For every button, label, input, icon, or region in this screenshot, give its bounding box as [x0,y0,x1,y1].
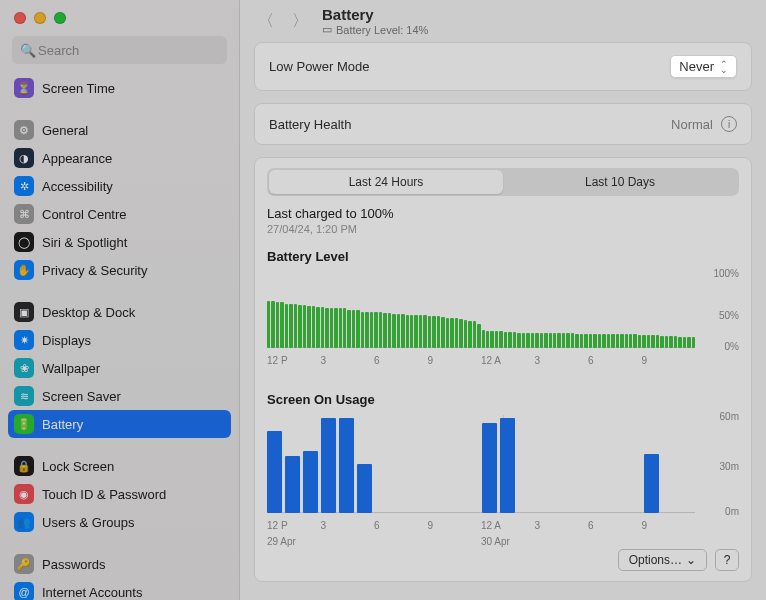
sidebar-item-privacy-security[interactable]: ✋Privacy & Security [8,256,231,284]
passwords-icon: 🔑 [14,554,34,574]
battery-health-row: Battery Health Normal i [254,103,752,145]
appearance-icon: ◑ [14,148,34,168]
desktop-dock-icon: ▣ [14,302,34,322]
sidebar-item-label: Siri & Spotlight [42,235,127,250]
sidebar-item-label: Passwords [42,557,106,572]
search-icon: 🔍 [20,43,36,58]
battery-level-title: Battery Level [267,249,739,264]
siri-spotlight-icon: ◯ [14,232,34,252]
segment-last-10-days[interactable]: Last 10 Days [503,170,737,194]
sidebar-item-internet-accounts[interactable]: @Internet Accounts [8,578,231,600]
help-button[interactable]: ? [715,549,739,571]
sidebar-item-wallpaper[interactable]: ❀Wallpaper [8,354,231,382]
info-icon[interactable]: i [721,116,737,132]
sidebar-item-label: Lock Screen [42,459,114,474]
page-title: Battery [322,6,428,23]
nav-forward-button[interactable]: 〉 [288,9,312,33]
users-groups-icon: 👥 [14,512,34,532]
sidebar-item-appearance[interactable]: ◑Appearance [8,144,231,172]
sidebar-item-label: Desktop & Dock [42,305,135,320]
sidebar-item-label: Privacy & Security [42,263,147,278]
options-button[interactable]: Options… ⌄ [618,549,707,571]
lock-screen-icon: 🔒 [14,456,34,476]
sidebar-item-control-centre[interactable]: ⌘Control Centre [8,200,231,228]
battery-health-label: Battery Health [269,117,351,132]
sidebar-item-battery[interactable]: 🔋Battery [8,410,231,438]
wallpaper-icon: ❀ [14,358,34,378]
sidebar-item-label: Screen Saver [42,389,121,404]
sidebar-item-label: Wallpaper [42,361,100,376]
sidebar-item-screen-saver[interactable]: ≋Screen Saver [8,382,231,410]
privacy-security-icon: ✋ [14,260,34,280]
chevron-down-icon: ⌄ [686,553,696,567]
sidebar: 🔍 ⏳Screen Time⚙General◑Appearance✲Access… [0,0,240,600]
screen-on-chart: 60m 30m 0m 12 P36912 A369 29 Apr30 Apr [267,411,739,543]
screen-time-icon: ⏳ [14,78,34,98]
sidebar-item-label: Screen Time [42,81,115,96]
general-icon: ⚙ [14,120,34,140]
time-range-segmented: Last 24 Hours Last 10 Days [267,168,739,196]
sidebar-item-label: Touch ID & Password [42,487,166,502]
low-power-mode-label: Low Power Mode [269,59,369,74]
control-centre-icon: ⌘ [14,204,34,224]
segment-last-24-hours[interactable]: Last 24 Hours [269,170,503,194]
accessibility-icon: ✲ [14,176,34,196]
sidebar-item-lock-screen[interactable]: 🔒Lock Screen [8,452,231,480]
page-subtitle: ▭ Battery Level: 14% [322,23,428,36]
header: 〈 〉 Battery ▭ Battery Level: 14% [240,0,766,42]
sidebar-item-general[interactable]: ⚙General [8,116,231,144]
sidebar-item-label: General [42,123,88,138]
search-input[interactable] [12,36,227,64]
window-traffic-lights [14,12,231,24]
last-charged-block: Last charged to 100% 27/04/24, 1:20 PM [267,206,739,235]
sidebar-item-displays[interactable]: ✷Displays [8,326,231,354]
battery-icon: ▭ [322,23,332,36]
sidebar-item-users-groups[interactable]: 👥Users & Groups [8,508,231,536]
sidebar-item-label: Appearance [42,151,112,166]
battery-level-chart: 100% 50% 0% 12 P36912 A369 [267,268,739,378]
sidebar-item-label: Accessibility [42,179,113,194]
sidebar-item-screen-time[interactable]: ⏳Screen Time [8,74,231,102]
displays-icon: ✷ [14,330,34,350]
sidebar-item-label: Internet Accounts [42,585,142,600]
low-power-mode-row: Low Power Mode Never ⌃⌄ [254,42,752,91]
sidebar-item-desktop-dock[interactable]: ▣Desktop & Dock [8,298,231,326]
zoom-window-button[interactable] [54,12,66,24]
sidebar-item-touch-id-password[interactable]: ◉Touch ID & Password [8,480,231,508]
close-window-button[interactable] [14,12,26,24]
screen-on-title: Screen On Usage [267,392,739,407]
battery-icon: 🔋 [14,414,34,434]
sidebar-item-passwords[interactable]: 🔑Passwords [8,550,231,578]
internet-accounts-icon: @ [14,582,34,600]
main-pane: 〈 〉 Battery ▭ Battery Level: 14% Low Pow… [240,0,766,600]
sidebar-item-label: Control Centre [42,207,127,222]
screen-saver-icon: ≋ [14,386,34,406]
battery-health-value: Normal [671,117,713,132]
sidebar-item-siri-spotlight[interactable]: ◯Siri & Spotlight [8,228,231,256]
minimize-window-button[interactable] [34,12,46,24]
sidebar-item-label: Displays [42,333,91,348]
sidebar-item-label: Users & Groups [42,515,134,530]
energy-chart-card: Last 24 Hours Last 10 Days Last charged … [254,157,752,582]
touch-id-password-icon: ◉ [14,484,34,504]
sidebar-item-accessibility[interactable]: ✲Accessibility [8,172,231,200]
sidebar-item-label: Battery [42,417,83,432]
nav-back-button[interactable]: 〈 [254,9,278,33]
chevron-updown-icon: ⌃⌄ [720,61,728,73]
low-power-mode-select[interactable]: Never ⌃⌄ [670,55,737,78]
